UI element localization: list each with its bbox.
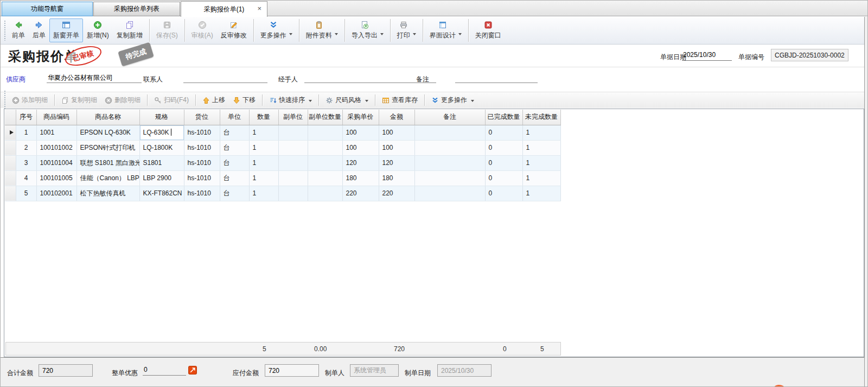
cell[interactable]: 1 [249,170,278,186]
cell[interactable] [278,186,308,201]
scan-button[interactable]: 扫码(F4) [150,94,193,106]
unaudit-button[interactable]: 反审修改 [217,18,251,42]
cell[interactable]: 100101002 [36,140,76,155]
more-actions-button[interactable]: 更多操作 [257,18,296,42]
cell[interactable]: 台 [220,170,249,186]
cell[interactable]: 1 [522,186,560,201]
cell[interactable]: 佳能（Canon） LBP [76,170,139,186]
discount-input[interactable]: 0 [143,364,186,376]
cell[interactable] [414,186,485,201]
cell[interactable] [308,186,342,201]
cell[interactable]: 5 [16,186,36,201]
column-header[interactable]: 金额 [379,110,414,125]
cell[interactable]: 台 [220,125,249,140]
column-header[interactable]: 规格 [139,110,184,125]
cell[interactable]: 3 [16,155,36,170]
cell[interactable]: 1 [249,125,278,140]
cell[interactable]: 180 [342,170,379,186]
next-doc-button[interactable]: 后单 [29,18,49,42]
new-window-button[interactable]: 新窗开单 [49,18,83,42]
ui-design-button[interactable]: 界面设计 [426,18,465,42]
cell[interactable]: 0 [485,155,522,170]
cell[interactable]: 0 [485,140,522,155]
cell[interactable]: hs-1010 [184,170,220,186]
column-header[interactable]: 商品名称 [76,110,139,125]
cell[interactable]: 100101005 [36,170,76,186]
cell[interactable] [308,140,342,155]
supplier-input[interactable]: 华夏办公器材有限公司 [47,72,142,83]
cell[interactable] [308,170,342,186]
cell[interactable]: LQ-1800K [139,140,184,155]
cell[interactable]: 0 [485,170,522,186]
column-header[interactable]: 未完成数量 [522,110,560,125]
cell[interactable] [278,140,308,155]
tab-quotation-list[interactable]: 采购报价单列表 [93,2,180,16]
cell[interactable] [414,125,485,140]
cell[interactable]: 1 [249,186,278,201]
cell[interactable] [308,125,342,140]
cell[interactable]: 1001 [36,125,76,140]
tab-function-nav[interactable]: 功能导航窗 [2,2,93,16]
cell[interactable] [414,140,485,155]
cell[interactable]: hs-1010 [184,155,220,170]
remark-input[interactable] [455,72,538,83]
column-header[interactable]: 副单位数量 [308,110,342,125]
cell[interactable]: 联想 S1801 黑白激光 [76,155,139,170]
cell[interactable]: hs-1010 [184,140,220,155]
cell[interactable]: 松下热敏传真机 [76,186,139,201]
doc-date-input[interactable]: 2025/10/30 [682,50,732,61]
cell[interactable]: S1801 [139,155,184,170]
cell[interactable]: 1 [522,125,560,140]
cell[interactable]: KX-FT862CN [139,186,184,201]
cell[interactable]: 1 [249,155,278,170]
size-style-button[interactable]: 尺码风格 [322,94,372,106]
cell[interactable]: 100101004 [36,155,76,170]
cell[interactable]: 180 [379,170,414,186]
cell[interactable]: hs-1010 [184,186,220,201]
attachments-button[interactable]: 附件资料 [302,18,342,42]
cell[interactable]: LBP 2900 [139,170,184,186]
cell[interactable]: 100102001 [36,186,76,201]
quick-sort-button[interactable]: 快速排序 [265,94,316,106]
cell[interactable]: 1 [16,125,36,140]
cell-editing[interactable]: LQ-630K [139,125,184,140]
toolbar-grip[interactable] [4,90,6,111]
column-header[interactable]: 商品编码 [36,110,76,125]
view-stock-button[interactable]: 查看库存 [378,94,422,106]
cell[interactable] [278,125,308,140]
column-header[interactable]: 采购单价 [342,110,379,125]
cell[interactable]: 1 [522,155,560,170]
column-header[interactable]: 副单位 [278,110,308,125]
print-button[interactable]: 打印 [393,18,420,42]
cell[interactable] [414,155,485,170]
discount-calc-button[interactable] [188,366,197,376]
cell[interactable] [414,170,485,186]
cell[interactable]: EPSON针式打印机 [76,140,139,155]
audit-button[interactable]: 审核(A) [188,18,217,42]
cell[interactable]: 100 [379,140,414,155]
cell[interactable]: 台 [220,186,249,201]
cell[interactable]: 4 [16,170,36,186]
prev-doc-button[interactable]: 前单 [8,18,29,42]
detail-more-button[interactable]: 更多操作 [427,94,478,106]
column-header[interactable]: 序号 [16,110,36,125]
close-window-button[interactable]: 关闭窗口 [471,18,505,42]
column-header[interactable]: 已完成数量 [485,110,522,125]
add-new-button[interactable]: 新增(N) [83,18,113,42]
cell[interactable]: 120 [379,155,414,170]
contact-input[interactable] [183,72,267,83]
cell[interactable]: 台 [220,140,249,155]
move-up-button[interactable]: 上移 [199,94,229,106]
cell[interactable]: 220 [379,186,414,201]
cell[interactable]: hs-1010 [184,125,220,140]
column-header[interactable]: 货位 [184,110,220,125]
copy-detail-button[interactable]: 复制明细 [58,94,101,106]
cell[interactable]: 120 [342,155,379,170]
cell[interactable]: 1 [522,170,560,186]
cell[interactable]: 0 [485,186,522,201]
cell[interactable]: 100 [342,125,379,140]
cell[interactable]: 100 [342,140,379,155]
cell[interactable]: 台 [220,155,249,170]
copy-new-button[interactable]: 复制新增 [113,18,146,42]
move-down-button[interactable]: 下移 [229,94,259,106]
